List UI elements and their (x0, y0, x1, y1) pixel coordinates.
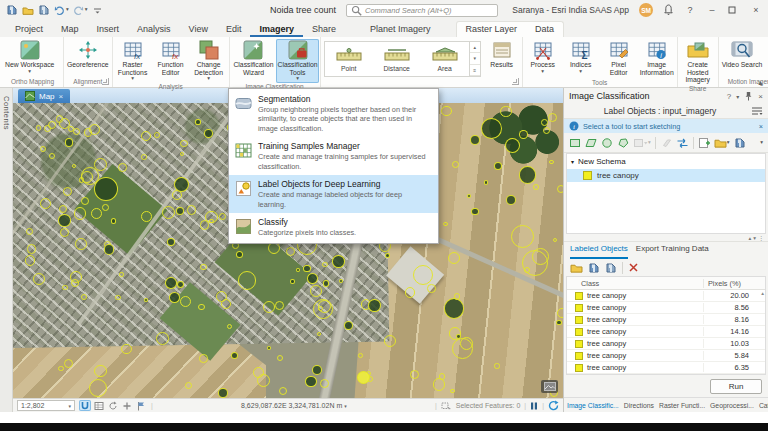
function-editor-button[interactable]: fxFunction Editor (152, 39, 190, 77)
classification-wizard-button[interactable]: Classification Wizard (231, 39, 277, 77)
redo-icon-dropdown[interactable]: ▾ (85, 7, 88, 13)
avatar[interactable]: SM (639, 3, 653, 17)
georeference-button[interactable]: Georeference (65, 39, 111, 70)
open-project-icon[interactable] (22, 5, 34, 15)
save-project-icon[interactable] (38, 4, 50, 16)
map-tab[interactable]: Map × (18, 89, 70, 103)
tab-export-training-data[interactable]: Export Training Data (636, 244, 709, 259)
undo-icon-dropdown[interactable]: ▾ (66, 7, 69, 13)
table-row[interactable]: tree canopy20.00 (567, 290, 765, 302)
pane-tab-catalog[interactable]: Catalog (759, 402, 768, 409)
ribbon-tab-share[interactable]: Share (303, 22, 345, 37)
menu-item-segmentation[interactable]: SegmentationGroup neighboring pixels tog… (229, 90, 438, 137)
table-row[interactable]: tree canopy10.03 (567, 338, 765, 350)
pixel-editor-button[interactable]: Pixel Editor (600, 39, 638, 77)
map-locator-button[interactable] (541, 380, 558, 393)
ribbon-tab-planet-imagery[interactable]: Planet Imagery (361, 22, 440, 37)
pane-close-icon[interactable]: × (758, 92, 763, 101)
maximize-icon[interactable] (728, 6, 740, 14)
dialog-launcher-icon[interactable] (512, 78, 519, 85)
notifications-bell-icon[interactable] (663, 4, 674, 16)
classification-tools-button[interactable]: Classification Tools▾ (276, 39, 318, 83)
column-header-pixels[interactable]: Pixels (%) (703, 279, 765, 288)
ribbon-tab-raster-layer[interactable]: Raster Layer (457, 22, 527, 37)
contents-pane-collapsed-tab[interactable]: Contents (0, 88, 13, 412)
open-folder-icon[interactable]: ▾ (714, 137, 730, 148)
save-icon[interactable] (734, 137, 746, 149)
raster-functions-button[interactable]: fxRaster Functions▾ (114, 39, 152, 83)
help-icon[interactable]: ? (684, 5, 696, 15)
gallery-scroll[interactable]: ▴▾≡ (469, 42, 480, 76)
delete-icon[interactable] (628, 262, 639, 273)
ribbon-tab-analysis[interactable]: Analysis (128, 22, 180, 37)
save-edits-icon[interactable] (605, 262, 617, 274)
schema-root-node[interactable]: ▾ New Schema (567, 154, 765, 169)
table-row[interactable]: tree canopy6.35 (567, 362, 765, 374)
snapping-icon[interactable] (79, 400, 91, 411)
rectangle-sketch-icon[interactable] (569, 137, 581, 149)
menu-item-label-objects-for-deep-learning[interactable]: Label Objects for Deep LearningCreate an… (229, 175, 438, 213)
video-search-button[interactable]: Video Search (720, 39, 765, 70)
parallelogram-sketch-icon[interactable] (585, 137, 597, 149)
circle-sketch-icon[interactable] (601, 137, 613, 149)
minimize-icon[interactable]: – (706, 5, 718, 15)
open-folder-icon[interactable] (570, 262, 583, 273)
pane-tab-directions[interactable]: Directions (624, 402, 654, 409)
save-icon[interactable] (6, 4, 18, 16)
create-hosted-imagery-button[interactable]: Create Hosted Imagery (679, 39, 717, 85)
tab-labeled-objects[interactable]: Labeled Objects (570, 244, 628, 259)
customize-qat-icon[interactable] (92, 5, 103, 16)
pane-pin-icon[interactable] (744, 91, 753, 101)
symbol-swap-icon[interactable] (676, 137, 689, 149)
toolbar-overflow-icon[interactable]: ▾ (760, 140, 763, 146)
run-button[interactable]: Run (710, 379, 762, 394)
dialog-launcher-icon[interactable] (102, 78, 109, 85)
ribbon-tab-project[interactable]: Project (6, 22, 52, 37)
freehand-sketch-icon[interactable] (617, 137, 629, 149)
menu-item-training-samples-manager[interactable]: Training Samples ManagerCreate and manag… (229, 137, 438, 175)
table-row[interactable]: tree canopy8.56 (567, 302, 765, 314)
selected-features-label[interactable]: Selected Features: 0 (456, 402, 521, 409)
sync-extent-icon[interactable] (107, 400, 119, 411)
close-icon[interactable]: × (750, 5, 762, 15)
save-icon[interactable] (588, 262, 600, 274)
pane-tab-raster-functi[interactable]: Raster Functi... (659, 402, 705, 409)
schema-class-tree-canopy[interactable]: tree canopy (567, 169, 765, 182)
pane-tab-image-classific[interactable]: Image Classific... (567, 402, 619, 409)
table-row[interactable]: tree canopy5.84 (567, 350, 765, 362)
collapse-ribbon-icon[interactable]: ▲ (757, 79, 764, 86)
new-workspace-button[interactable]: New Workspace▾ (3, 39, 56, 75)
ribbon-tab-view[interactable]: View (180, 22, 217, 37)
ribbon-tab-map[interactable]: Map (52, 22, 88, 37)
map-scale-select[interactable]: 1:2,802 ▾ (17, 400, 75, 411)
flag-icon[interactable] (135, 400, 147, 411)
gallery-item-area[interactable]: Area (421, 42, 469, 76)
indices-button[interactable]: ΣIndices▾ (562, 39, 600, 75)
pane-tab-geoprocessi[interactable]: Geoprocessi... (710, 402, 754, 409)
results-button[interactable]: Results (483, 39, 521, 70)
image-information-button[interactable]: iImage Information (638, 39, 676, 77)
change-detection-button[interactable]: Change Detection▾ (190, 39, 228, 83)
ribbon-tab-imagery[interactable]: Imagery (250, 22, 303, 37)
map-coordinates[interactable]: 8,629,087.62E 3,324,781.02N m ▾ (157, 402, 431, 409)
options-menu-icon[interactable] (751, 106, 763, 116)
pane-chevron-down-icon[interactable]: ▾ (736, 93, 739, 100)
table-row[interactable]: tree canopy14.16 (567, 326, 765, 338)
table-row[interactable]: tree canopy8.16 (567, 314, 765, 326)
close-map-tab-icon[interactable]: × (59, 92, 64, 101)
pause-drawing-icon[interactable] (530, 401, 538, 411)
menu-item-classify[interactable]: ClassifyCategorize pixels into classes. (229, 213, 438, 241)
refresh-icon[interactable] (548, 400, 559, 411)
add-data-icon[interactable] (121, 400, 133, 411)
account-name[interactable]: Saranya - Esri India SAAS App (512, 5, 629, 15)
redo-icon[interactable]: ▾ (73, 5, 88, 16)
new-template-icon[interactable] (698, 137, 710, 149)
attribute-table-icon[interactable] (93, 400, 105, 411)
gallery-item-point[interactable]: Point (325, 42, 373, 76)
ribbon-tab-edit[interactable]: Edit (217, 22, 251, 37)
ribbon-tab-insert[interactable]: Insert (88, 22, 129, 37)
info-close-icon[interactable]: × (759, 122, 763, 131)
pane-splitter[interactable]: ▴▾⋮ (564, 234, 768, 242)
column-header-class[interactable]: Class (567, 279, 703, 288)
undo-icon[interactable]: ▾ (54, 5, 69, 16)
